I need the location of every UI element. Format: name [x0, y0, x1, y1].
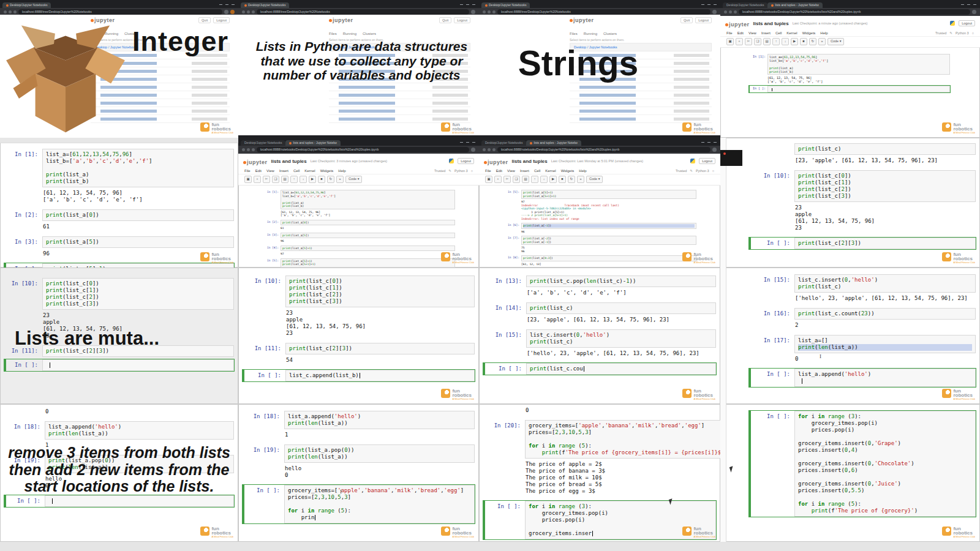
code-editor[interactable]: list_a=[61,12,13,54,75,96]list_b=['a','b… [281, 190, 455, 209]
reload-icon[interactable] [252, 148, 255, 151]
menu-item[interactable]: Help [579, 169, 586, 173]
code-editor[interactable]: print(list_c.cou [526, 363, 716, 375]
maximize-icon[interactable] [466, 4, 469, 8]
code-editor[interactable] [42, 359, 234, 371]
code-cell[interactable]: In [4]:print(list_a[5]+1) [263, 245, 456, 252]
code-cell[interactable]: In [10]:print(list_c[0])print(list_c[1])… [4, 277, 235, 310]
browser-tab[interactable]: Desktop/Jupyter Notebooks [723, 2, 767, 8]
toolbar-icon[interactable]: ↑ [772, 38, 780, 45]
toolbar-icon[interactable]: ↓ [782, 38, 789, 45]
files-tab[interactable]: Files [329, 32, 337, 36]
minimize-icon[interactable] [701, 4, 704, 8]
toolbar-icon[interactable]: ▶ [791, 38, 798, 45]
toolbar-icon[interactable]: ❏ [754, 38, 761, 45]
code-cell[interactable]: In [7]:print(list_a[-2])print(list_a[-1]… [503, 235, 697, 246]
active-code-cell[interactable]: In [ ]: [4, 495, 235, 508]
address-bar[interactable]: localhost:8888/tree/Desktop/Jupyter%20No… [497, 9, 710, 15]
code-editor[interactable]: print(list_c[0])print(list_c[1])print(li… [42, 278, 234, 310]
minimize-icon[interactable] [219, 4, 222, 8]
logout-button[interactable]: Logout [458, 158, 474, 164]
back-icon[interactable] [483, 148, 486, 151]
active-code-cell[interactable]: In [ ]:for i in range (3): grocery_itmes… [748, 410, 976, 517]
toolbar-icon[interactable]: ▣ [485, 176, 492, 183]
reload-icon[interactable] [492, 10, 496, 13]
code-editor[interactable]: list_a.append('hello') [794, 369, 976, 387]
code-editor[interactable]: grocery_items=['apple','banana','milk','… [525, 420, 720, 459]
code-cell[interactable]: In [13]:print(list_c.pop(len(list_c)-1)) [483, 275, 717, 288]
menu-item[interactable]: Help [338, 169, 345, 173]
active-code-cell[interactable]: In [ ]:print(list_c[2][3]) [748, 237, 976, 250]
reload-icon[interactable] [734, 10, 737, 13]
menu-item[interactable]: Kernel [786, 31, 797, 35]
toolbar-icon[interactable]: ↻ [809, 38, 816, 45]
quit-button[interactable]: Quit [439, 17, 451, 23]
browser-tab-active[interactable]: lists and tuples - Jupyter Notebo [285, 140, 340, 146]
code-cell[interactable]: In [19]:print(list_a.pop(0))print(len(li… [242, 444, 475, 463]
code-cell[interactable]: In [18]:list_a.append('hello')print(len(… [242, 410, 475, 430]
files-tab[interactable]: Clusters [363, 32, 376, 36]
forward-icon[interactable] [9, 10, 12, 13]
menu-item[interactable]: File [485, 169, 491, 173]
toolbar-icon[interactable]: ■ [800, 38, 807, 45]
files-tab[interactable]: Running [584, 32, 597, 36]
logout-button[interactable]: Logout [454, 17, 470, 23]
code-editor[interactable]: list_c.append(list_b) [285, 370, 475, 381]
browser-tab[interactable]: Desktop/Jupyter Notebooks [241, 2, 289, 8]
code-editor[interactable]: print(list_a.pop(0))print(len(list_a)) [284, 444, 475, 463]
toolbar-icon[interactable]: ▶ [309, 176, 316, 183]
toolbar-icon[interactable]: » [577, 176, 584, 183]
code-editor[interactable]: list_c.insert(0,'hello')print(list_c) [526, 329, 716, 348]
code-cell[interactable]: In [6]:print(list_a[-1]) [503, 222, 697, 230]
close-icon[interactable] [714, 4, 717, 8]
toolbar-icon[interactable]: ↻ [568, 176, 575, 183]
toolbar-icon[interactable]: ✂ [263, 176, 270, 183]
reload-icon[interactable] [252, 10, 255, 13]
code-editor[interactable]: list_a=[]print(len(list_a)) [794, 335, 976, 353]
files-tab[interactable]: Clusters [603, 32, 617, 36]
toolbar-icon[interactable]: ❏ [272, 176, 279, 183]
code-cell[interactable]: In [2]:print(list_a[0]) [4, 209, 235, 222]
browser-tab-active[interactable]: lists and tuples - Jupyter Notebo [526, 140, 581, 146]
window-controls[interactable] [961, 4, 978, 8]
code-editor[interactable]: print(list_a[-1]) [521, 223, 696, 229]
close-icon[interactable] [472, 142, 475, 146]
code-editor[interactable]: print(list_c.pop(len(list_c)-1)) [526, 276, 716, 287]
code-cell[interactable]: In [16]:print(list_c.count(23)) [748, 307, 976, 320]
toolbar-icon[interactable]: » [818, 38, 826, 45]
logout-button[interactable]: Logout [699, 158, 715, 164]
active-code-cell[interactable]: In [ ]:for i in range (3): grocery_itmes… [483, 500, 717, 540]
close-icon[interactable] [714, 142, 717, 146]
browser-tab[interactable]: Desktop/Jupyter Notebooks [481, 2, 530, 8]
close-icon[interactable] [472, 4, 475, 8]
menu-item[interactable]: Cell [775, 31, 782, 35]
code-editor[interactable]: print(list_a[5]) [281, 233, 455, 239]
toolbar-icon[interactable]: ▶ [549, 176, 557, 183]
code-editor[interactable]: print(list_a[5]+1)print(list_a[5+1]+1) [281, 258, 455, 268]
active-code-cell[interactable]: In [ ]: [748, 85, 951, 93]
address-bar[interactable]: localhost:8888/tree/Desktop/Jupyter%20No… [257, 9, 469, 15]
code-editor[interactable]: print(list_a[5]+1) [42, 263, 234, 268]
toolbar-icon[interactable]: ❏ [513, 176, 520, 183]
code-editor[interactable]: print(list_c[0])print(list_c[1])print(li… [285, 276, 475, 307]
menu-item[interactable]: Kernel [545, 169, 556, 173]
window-controls[interactable] [460, 4, 477, 8]
code-cell[interactable]: In [3]:print(list_a[5]) [4, 236, 235, 249]
close-icon[interactable] [973, 4, 976, 8]
code-cell[interactable]: In [20]:grocery_items=['apple','banana',… [483, 419, 717, 459]
maximize-icon[interactable] [707, 4, 710, 8]
code-editor[interactable]: print(list_c[2][3]) [794, 238, 976, 249]
code-editor[interactable]: list_a=[61,12,13,54,75,96]list_b=['a','b… [767, 54, 950, 75]
menu-item[interactable]: Insert [279, 169, 288, 173]
pencil-icon[interactable]: ✎ [448, 169, 451, 173]
menu-item[interactable]: View [507, 169, 515, 173]
code-cell[interactable]: In [10]:print(list_c[0])print(list_c[1])… [242, 275, 475, 308]
browser-tab[interactable]: Desktop/Jupyter Notebooks [241, 140, 285, 146]
menu-item[interactable]: View [266, 169, 274, 173]
code-editor[interactable]: print(list_a[0:3]) [521, 255, 696, 261]
code-cell[interactable]: In [5]:print(list_a[5]+1)print(list_a[5+… [263, 258, 456, 268]
menu-item[interactable]: Cell [293, 169, 300, 173]
quit-button[interactable]: Quit [198, 17, 211, 23]
code-editor[interactable]: list_a.append('hello')print(len(list_a)) [284, 411, 475, 429]
toolbar-icon[interactable]: ↑ [290, 176, 298, 183]
toolbar-icon[interactable]: » [336, 176, 344, 183]
